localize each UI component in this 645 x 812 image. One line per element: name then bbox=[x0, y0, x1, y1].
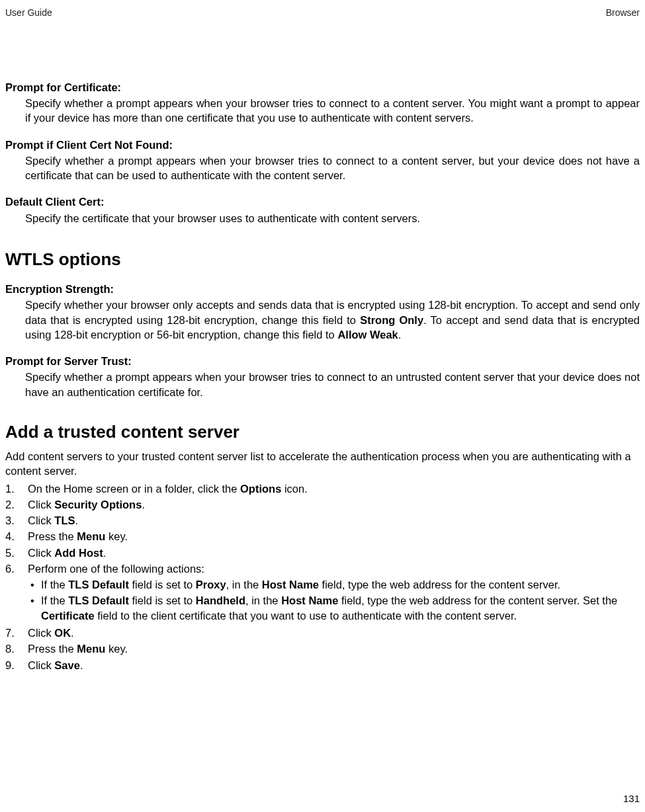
def-title: Prompt for Certificate: bbox=[5, 80, 640, 95]
def-body: Specify whether your browser only accept… bbox=[25, 298, 640, 342]
bullet-body: If the TLS Default field is set to Proxy… bbox=[41, 577, 640, 592]
step-body: Click OK. bbox=[28, 626, 640, 640]
def-body: Specify whether a prompt appears when yo… bbox=[25, 370, 640, 399]
sub-bullet: •If the TLS Default field is set to Prox… bbox=[28, 577, 640, 592]
step-num: 2. bbox=[5, 497, 28, 512]
sub-bullets: •If the TLS Default field is set to Prox… bbox=[28, 577, 640, 623]
def-prompt-if-client-cert-not-found: Prompt if Client Cert Not Found: Specify… bbox=[5, 138, 640, 183]
def-body: Specify whether a prompt appears when yo… bbox=[25, 153, 640, 183]
step-8: 8.Press the Menu key. bbox=[5, 641, 640, 656]
def-default-client-cert: Default Client Cert: Specify the certifi… bbox=[5, 194, 640, 225]
heading-wtls-options: WTLS options bbox=[5, 248, 640, 271]
def-title: Default Client Cert: bbox=[5, 194, 640, 209]
sub-bullet: •If the TLS Default field is set to Hand… bbox=[28, 593, 640, 623]
bullet-dot: • bbox=[28, 577, 41, 592]
step-num: 9. bbox=[5, 658, 28, 672]
step-9: 9.Click Save. bbox=[5, 658, 640, 672]
heading-add-trusted-content-server: Add a trusted content server bbox=[5, 421, 640, 444]
step-body: Click Security Options. bbox=[28, 497, 640, 512]
step-body: On the Home screen or in a folder, click… bbox=[28, 481, 640, 496]
step-text: Perform one of the following actions: bbox=[28, 563, 204, 575]
definitions-section-wtls: Encryption Strength: Specify whether you… bbox=[5, 282, 640, 399]
step-body: Press the Menu key. bbox=[28, 529, 640, 544]
bullet-dot: • bbox=[28, 593, 41, 623]
step-body: Click Add Host. bbox=[28, 546, 640, 560]
def-body: Specify the certificate that your browse… bbox=[25, 211, 640, 225]
step-body: Click TLS. bbox=[28, 513, 640, 528]
page-header: User Guide Browser bbox=[5, 7, 640, 19]
step-6: 6. Perform one of the following actions:… bbox=[5, 561, 640, 624]
def-encryption-strength: Encryption Strength: Specify whether you… bbox=[5, 282, 640, 342]
definitions-section-1: Prompt for Certificate: Specify whether … bbox=[5, 80, 640, 225]
step-body: Press the Menu key. bbox=[28, 641, 640, 656]
def-title: Encryption Strength: bbox=[5, 282, 640, 296]
step-num: 6. bbox=[5, 561, 28, 624]
def-body: Specify whether a prompt appears when yo… bbox=[25, 96, 640, 126]
def-prompt-for-certificate: Prompt for Certificate: Specify whether … bbox=[5, 80, 640, 126]
bullet-body: If the TLS Default field is set to Handh… bbox=[41, 593, 640, 623]
add-intro: Add content servers to your trusted cont… bbox=[5, 449, 640, 479]
step-num: 3. bbox=[5, 513, 28, 528]
page-number: 131 bbox=[623, 792, 640, 805]
step-body: Perform one of the following actions: •I… bbox=[28, 561, 640, 624]
step-body: Click Save. bbox=[28, 658, 640, 672]
step-num: 4. bbox=[5, 529, 28, 544]
step-1: 1.On the Home screen or in a folder, cli… bbox=[5, 481, 640, 496]
header-left: User Guide bbox=[5, 7, 52, 19]
def-title: Prompt for Server Trust: bbox=[5, 354, 640, 368]
step-5: 5.Click Add Host. bbox=[5, 546, 640, 560]
header-right: Browser bbox=[606, 7, 640, 19]
def-title: Prompt if Client Cert Not Found: bbox=[5, 138, 640, 152]
step-3: 3.Click TLS. bbox=[5, 513, 640, 528]
step-7: 7.Click OK. bbox=[5, 626, 640, 640]
step-2: 2.Click Security Options. bbox=[5, 497, 640, 512]
step-4: 4.Press the Menu key. bbox=[5, 529, 640, 544]
step-num: 5. bbox=[5, 546, 28, 560]
def-prompt-for-server-trust: Prompt for Server Trust: Specify whether… bbox=[5, 354, 640, 399]
steps-list: 1.On the Home screen or in a folder, cli… bbox=[5, 481, 640, 672]
step-num: 7. bbox=[5, 626, 28, 640]
step-num: 1. bbox=[5, 481, 28, 496]
step-num: 8. bbox=[5, 641, 28, 656]
